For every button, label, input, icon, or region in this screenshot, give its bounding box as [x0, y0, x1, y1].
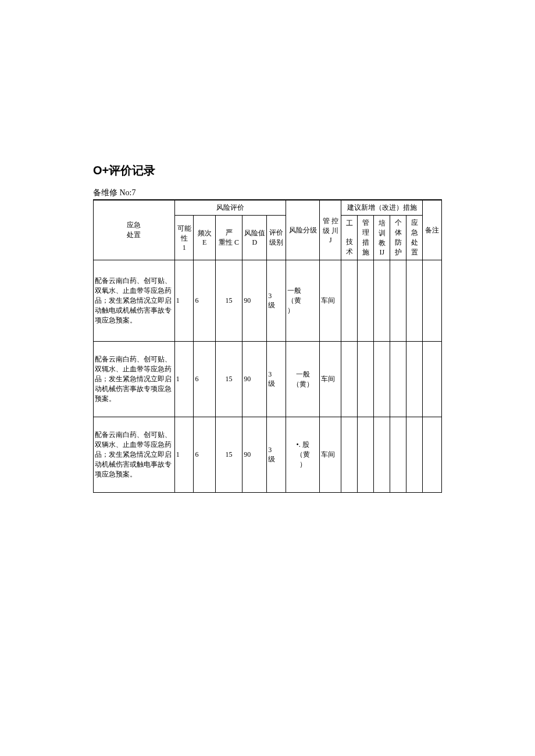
table-row: 配备云南白药、创可贴、双氧水、止血带等应急药品；发生紧急情况立即启动触电或机械伤…	[94, 260, 442, 342]
cell-risk-grade: •. 股（黄）	[286, 417, 319, 493]
cell-emergency: 配备云南白药、创可贴、双辄水、止血带等应急药品；发生紧急情况立即启动机械伤害事故…	[94, 342, 175, 417]
col-risk-grade: 风险分级	[286, 200, 319, 260]
col-emergency: 应急处置	[94, 200, 175, 260]
cell-eng-tech	[341, 260, 358, 342]
cell-mgmt-measure	[358, 342, 374, 417]
cell-control-level: 车间	[320, 342, 341, 417]
cell-eng-tech	[341, 417, 358, 493]
col-control-level: 管 控级 川J	[320, 200, 341, 260]
cell-mgmt-measure	[358, 417, 374, 493]
header-row-1: 应急处置 风险评价 风险分级 管 控级 川J 建议新增（改进）措施 备注	[94, 200, 442, 216]
col-suggestions: 建议新增（改进）措施	[341, 200, 423, 216]
cell-risk-value: 90	[242, 342, 267, 417]
col-possibility: 可能性1	[174, 216, 194, 260]
evaluation-table: 应急处置 风险评价 风险分级 管 控级 川J 建议新增（改进）措施 备注 可能性…	[93, 200, 442, 493]
page-title: O+评价记录	[93, 163, 442, 178]
cell-emergency: 配备云南白药、创可贴、双氧水、止血带等应急药品；发生紧急情况立即启动触电或机械伤…	[94, 260, 175, 342]
col-train-edu: 培训教IJ	[374, 216, 390, 260]
cell-risk-value: 90	[242, 417, 267, 493]
cell-eval-level: 3级	[267, 342, 286, 417]
col-ppe: 个体防护	[390, 216, 406, 260]
col-risk-value: 风险值D	[242, 216, 267, 260]
cell-possibility: 1	[174, 417, 194, 493]
cell-severity: 15	[215, 417, 242, 493]
cell-train-edu	[374, 417, 390, 493]
cell-eval-level: 3级	[267, 417, 286, 493]
cell-ppe	[390, 342, 406, 417]
cell-eval-level: 3级	[267, 260, 286, 342]
cell-control-level: 车间	[320, 260, 341, 342]
table-row: 配备云南白药、创可贴、双辄水、止血带等应急药品；发生紧急情况立即启动机械伤害事故…	[94, 342, 442, 417]
col-frequency: 频次E	[194, 216, 215, 260]
col-emergency-disposal: 应急处置	[406, 216, 423, 260]
cell-mgmt-measure	[358, 260, 374, 342]
cell-ppe	[390, 260, 406, 342]
col-mgmt-measure: 管理措施	[358, 216, 374, 260]
cell-emergency-disposal	[406, 417, 423, 493]
cell-eng-tech	[341, 342, 358, 417]
cell-risk-grade: 一般（黄）	[286, 260, 319, 342]
cell-frequency: 6	[194, 417, 215, 493]
cell-risk-value: 90	[242, 260, 267, 342]
table-row: 配备云南白药、创可贴、双辆水、止血带等应急药品；发生紧急情况立即启动机械伤害或触…	[94, 417, 442, 493]
col-eng-tech: 工 技术	[341, 216, 358, 260]
cell-train-edu	[374, 260, 390, 342]
col-severity: 严重性 C	[215, 216, 242, 260]
cell-remark	[423, 417, 442, 493]
col-eval-level: 评价级别	[267, 216, 286, 260]
cell-severity: 15	[215, 260, 242, 342]
cell-frequency: 6	[194, 260, 215, 342]
cell-severity: 15	[215, 342, 242, 417]
cell-emergency: 配备云南白药、创可贴、双辆水、止血带等应急药品；发生紧急情况立即启动机械伤害或触…	[94, 417, 175, 493]
cell-remark	[423, 342, 442, 417]
cell-ppe	[390, 417, 406, 493]
cell-control-level: 车间	[320, 417, 341, 493]
cell-remark	[423, 260, 442, 342]
cell-possibility: 1	[174, 342, 194, 417]
cell-frequency: 6	[194, 342, 215, 417]
col-risk-eval: 风险评价	[174, 200, 286, 216]
cell-emergency-disposal	[406, 260, 423, 342]
col-remark: 备注	[423, 200, 442, 260]
cell-possibility: 1	[174, 260, 194, 342]
cell-train-edu	[374, 342, 390, 417]
page-subtitle: 备维修 No:7	[93, 188, 442, 200]
cell-risk-grade: 一般（黄）	[286, 342, 319, 417]
cell-emergency-disposal	[406, 342, 423, 417]
